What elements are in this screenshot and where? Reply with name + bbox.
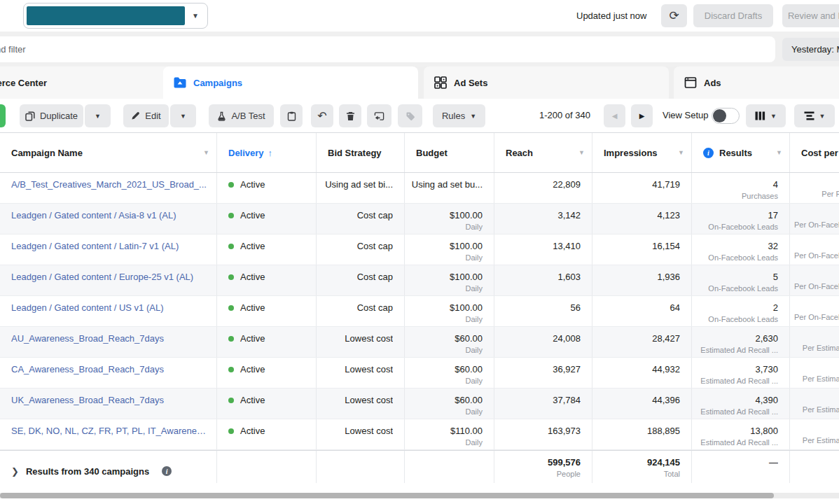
results-value[interactable]: 4 [773,179,778,190]
results-value[interactable]: 4,390 [755,395,778,405]
duplicate-dropdown[interactable]: ▼ [85,104,111,127]
campaign-name-cell[interactable]: UK_Awareness_Broad_Reach_7days [0,388,217,419]
budget-cell: $60.00 Daily [405,388,494,419]
campaign-name-cell[interactable]: SE, DK, NO, NL, CZ, FR, PT, PL, IT_Aware… [0,419,217,449]
columns-dropdown[interactable]: ▼ [746,104,786,127]
discard-drafts-button[interactable]: Discard Drafts [693,4,773,27]
results-value[interactable]: 2 [773,302,778,313]
info-icon[interactable]: i [703,148,714,158]
edit-dropdown[interactable]: ▼ [170,104,196,127]
info-icon[interactable]: i [162,466,172,476]
bid-strategy-cell: Lowest cost [317,388,405,419]
results-value[interactable]: 3,730 [755,364,778,374]
preview-button[interactable] [367,104,391,127]
clipboard-button[interactable] [280,104,303,127]
cost-per-result-sub-label: Per Estimated Ad... [794,405,839,414]
results-value[interactable]: 5 [773,272,778,282]
campaign-name-cell[interactable]: Leadgen / Gated content / Asia-8 v1 (AL) [0,204,217,234]
col-header-results[interactable]: i Results ▼ [692,133,790,172]
campaign-name-cell[interactable]: Leadgen / Gated content / US v1 (AL) [0,296,217,326]
next-page-button[interactable]: ▶ [631,104,653,127]
bid-strategy-value: Lowest cost [321,358,393,374]
campaign-name-cell[interactable]: A/B_Test_Creatives_March_2021_US_Broad_.… [0,173,217,203]
campaign-name-cell[interactable]: AU_Awareness_Broad_Reach_7days [0,327,217,357]
results-value[interactable]: 17 [768,210,778,220]
chevron-right-icon[interactable]: ❯ [11,466,19,477]
table-row[interactable]: Leadgen / Gated content / US v1 (AL) Act… [0,296,839,327]
horizontal-scrollbar-track[interactable] [0,493,839,498]
tab-ad-sets[interactable]: Ad Sets [424,66,669,99]
tab-ad-sets-label: Ad Sets [454,78,487,88]
results-value[interactable]: 13,800 [750,426,778,436]
impressions-total: 924,145 [597,451,680,468]
col-header-delivery[interactable]: Delivery ↑ [217,133,317,172]
bid-strategy-value: Cost cap [321,296,393,313]
table-row[interactable]: A/B_Test_Creatives_March_2021_US_Broad_.… [0,173,839,204]
table-row[interactable]: Leadgen / Gated content / Latin-7 v1 (AL… [0,234,839,265]
results-value[interactable]: 32 [768,241,778,251]
refresh-button[interactable]: ⟳ [661,4,687,27]
campaign-name-link[interactable]: Leadgen / Gated content / Asia-8 v1 (AL) [11,204,209,220]
delivery-status: Active [240,241,265,251]
cost-per-result-cell: Per On-Facebook Lead [790,204,839,234]
review-publish-button[interactable]: Review and Publish [782,4,839,27]
rules-dropdown[interactable]: Rules ▼ [433,104,485,127]
col-header-reach[interactable]: Reach ▼ [494,133,592,172]
col-label: Delivery [228,148,264,158]
col-header-bid-strategy[interactable]: Bid Strategy [317,133,405,172]
col-header-impressions[interactable]: Impressions ▼ [592,133,692,172]
edit-button[interactable]: Edit [123,104,169,127]
chevron-right-icon: ▶ [639,112,645,120]
campaign-name-cell[interactable]: Leadgen / Gated content / Latin-7 v1 (AL… [0,234,217,265]
campaign-name-link[interactable]: Leadgen / Gated content / US v1 (AL) [11,296,209,313]
tab-commerce-center[interactable]: Commerce Center [0,66,177,99]
results-sub-label: On-Facebook Leads [696,251,778,262]
delivery-status: Active [240,179,265,190]
campaign-name-link[interactable]: Leadgen / Gated content / Latin-7 v1 (AL… [11,234,209,251]
table-row[interactable]: Leadgen / Gated content / Europe-25 v1 (… [0,265,839,296]
table-row[interactable]: UK_Awareness_Broad_Reach_7days Active Lo… [0,388,839,419]
reach-value: 1,603 [499,265,581,282]
bid-strategy-cell: Using ad set bi... [317,173,405,203]
duplicate-button[interactable]: Duplicate [20,104,83,127]
campaign-name-link[interactable]: UK_Awareness_Broad_Reach_7days [11,388,209,405]
campaign-name-link[interactable]: CA_Awareness_Broad_Reach_7days [11,358,209,374]
search-filter-input[interactable]: Search and filter [0,36,775,62]
trash-icon [346,111,355,121]
prev-page-button[interactable]: ◀ [604,104,625,127]
view-setup-toggle[interactable] [712,108,740,124]
ab-test-button[interactable]: A/B Test [209,104,274,127]
create-button-clipped[interactable] [0,104,6,127]
tag-button[interactable] [398,104,422,127]
col-label: Budget [416,148,448,158]
delete-button[interactable] [339,104,361,127]
active-status-dot [228,367,234,372]
campaign-name-cell[interactable]: CA_Awareness_Broad_Reach_7days [0,358,217,388]
col-header-cost-per-result[interactable]: Cost per Result [790,133,839,172]
date-range-selector[interactable]: Yesterday: M [782,38,839,61]
totals-impressions-cell: 924,145 Total [592,451,692,483]
campaign-name-cell[interactable]: Leadgen / Gated content / Europe-25 v1 (… [0,265,217,295]
campaign-name-link[interactable]: AU_Awareness_Broad_Reach_7days [11,327,209,344]
table-row[interactable]: Leadgen / Gated content / Asia-8 v1 (AL)… [0,204,839,234]
col-label: Bid Strategy [328,148,382,158]
campaign-name-link[interactable]: Leadgen / Gated content / Europe-25 v1 (… [11,265,209,282]
campaign-name-link[interactable]: A/B_Test_Creatives_March_2021_US_Broad_.… [11,173,209,190]
campaign-name-link[interactable]: SE, DK, NO, NL, CZ, FR, PT, PL, IT_Aware… [11,419,209,436]
col-label: Reach [506,148,533,158]
horizontal-scrollbar-thumb[interactable] [0,493,774,498]
budget-cell: Using ad set bu... [405,173,494,203]
table-row[interactable]: AU_Awareness_Broad_Reach_7days Active Lo… [0,327,839,358]
undo-button[interactable]: ↶ [311,104,333,127]
col-header-campaign-name[interactable]: Campaign Name ▼ [0,133,217,172]
results-value[interactable]: 2,630 [755,333,778,344]
breakdown-dropdown[interactable]: ▼ [794,104,835,127]
level-tabs: Commerce Center Campaigns Ad Sets [0,66,839,99]
col-header-budget[interactable]: Budget [405,133,494,172]
account-selector[interactable]: ▼ [23,3,208,29]
tab-ads[interactable]: Ads [674,66,839,99]
tab-campaigns[interactable]: Campaigns [163,66,418,99]
table-row[interactable]: SE, DK, NO, NL, CZ, FR, PT, PL, IT_Aware… [0,419,839,450]
impressions-cell: 4,123 [592,204,692,234]
table-row[interactable]: CA_Awareness_Broad_Reach_7days Active Lo… [0,358,839,388]
